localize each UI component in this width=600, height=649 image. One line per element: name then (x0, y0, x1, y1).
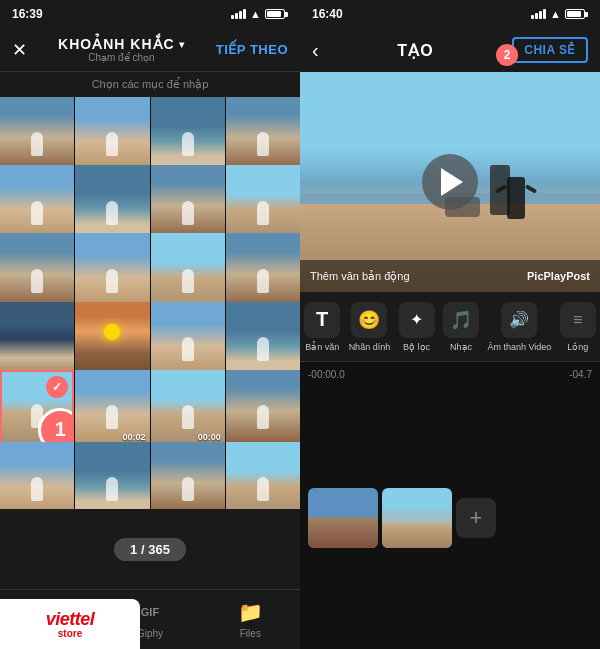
giphy-icon: GIF (138, 600, 162, 624)
viettel-store: store (58, 628, 82, 639)
timeline-clip-1[interactable] (308, 488, 378, 548)
photo-cell[interactable] (75, 302, 149, 376)
video-preview[interactable]: Thêm văn bản động PicPlayPost (300, 72, 600, 292)
tool-audio-label: Âm thanh Video (487, 342, 551, 352)
tool-audio[interactable]: 🔊 Âm thanh Video (487, 302, 551, 352)
photo-cell[interactable] (75, 442, 149, 509)
giphy-label: Giphy (137, 628, 163, 639)
battery-icon (265, 9, 288, 19)
tool-filter[interactable]: ✦ Bộ lọc (399, 302, 435, 352)
add-clip-button[interactable]: + (456, 498, 496, 538)
step-badge-2: 2 (496, 44, 518, 66)
wifi-icon: ▲ (250, 8, 261, 20)
tool-sticker[interactable]: 😊 Nhãn dính (349, 302, 391, 352)
filter-icon: ✦ (399, 302, 435, 338)
right-header: ‹ TẠO CHIA SẺ (300, 28, 600, 72)
share-button[interactable]: CHIA SẺ (512, 37, 588, 63)
left-footer: 1 / 365 (0, 509, 300, 589)
photo-cell[interactable] (0, 97, 74, 171)
photo-cell[interactable] (226, 442, 300, 509)
right-title: TẠO (397, 41, 433, 60)
tools-bar: T Bản văn 😊 Nhãn dính ✦ Bộ lọc 🎵 Nhạc 🔊 … (300, 292, 600, 362)
photo-cell[interactable] (226, 302, 300, 376)
timeline-end: -04.7 (569, 369, 592, 380)
signal-icon (231, 9, 246, 19)
left-title-main: KHOẢNH KHẮC ▾ (58, 36, 185, 52)
music-icon: 🎵 (443, 302, 479, 338)
selected-check: ✓ (46, 376, 68, 398)
timeline-track[interactable]: + (300, 386, 600, 649)
photo-cell-selected[interactable]: ✓ 00:04 1 (0, 370, 74, 444)
timeline-section: -00:00.0 -04.7 + (300, 362, 600, 649)
photo-cell[interactable] (226, 165, 300, 239)
play-button[interactable] (422, 154, 478, 210)
right-status-bar: 16:40 ▲ (300, 0, 600, 28)
play-icon (441, 168, 463, 196)
tool-dub-label: Lồng (567, 342, 588, 352)
right-panel: 16:40 ▲ ‹ TẠO CHIA SẺ 2 (300, 0, 600, 649)
tool-text[interactable]: T Bản văn (304, 302, 340, 352)
text-overlay-label: Thêm văn bản động (310, 270, 410, 283)
tool-sticker-label: Nhãn dính (349, 342, 391, 352)
left-panel: 16:39 ▲ ✕ KHOẢNH KHẮC ▾ Chạm để chọn T (0, 0, 300, 649)
signal-icon (531, 9, 546, 19)
photo-cell[interactable] (75, 97, 149, 171)
photo-cell[interactable]: 00:00 (151, 370, 225, 444)
left-status-bar: 16:39 ▲ (0, 0, 300, 28)
photo-cell[interactable] (0, 233, 74, 307)
left-header-title: KHOẢNH KHẮC ▾ Chạm để chọn (58, 36, 185, 63)
left-status-icons: ▲ (231, 8, 288, 20)
chevron-down-icon: ▾ (179, 39, 185, 50)
sticker-icon: 😊 (351, 302, 387, 338)
page-indicator: 1 / 365 (114, 538, 186, 561)
photo-cell[interactable] (226, 233, 300, 307)
close-button[interactable]: ✕ (12, 39, 27, 61)
left-title-sub: Chạm để chọn (88, 52, 154, 63)
play-button-overlay[interactable] (300, 72, 600, 292)
photo-cell[interactable] (151, 97, 225, 171)
wifi-icon: ▲ (550, 8, 561, 20)
photo-cell[interactable] (226, 370, 300, 444)
photo-cell[interactable] (151, 165, 225, 239)
duration-badge: 00:02 (122, 432, 145, 442)
photo-cell[interactable] (0, 165, 74, 239)
photo-cell[interactable] (226, 97, 300, 171)
tool-dub[interactable]: ≡ Lồng (560, 302, 596, 352)
dub-icon: ≡ (560, 302, 596, 338)
duration-badge: 00:00 (198, 432, 221, 442)
text-icon: T (304, 302, 340, 338)
tool-music[interactable]: 🎵 Nhạc (443, 302, 479, 352)
timeline-start: -00:00.0 (308, 369, 345, 380)
photo-cell[interactable] (0, 442, 74, 509)
timeline-clip-2[interactable] (382, 488, 452, 548)
grid-subtitle: Chọn các mục để nhập (0, 72, 300, 97)
files-label: Files (240, 628, 261, 639)
next-button[interactable]: TIẾP THEO (216, 42, 288, 57)
brand-label: PicPlayPost (527, 270, 590, 282)
back-button[interactable]: ‹ (312, 39, 319, 62)
photo-cell[interactable] (75, 233, 149, 307)
photo-cell[interactable] (151, 233, 225, 307)
tool-filter-label: Bộ lọc (403, 342, 430, 352)
photo-cell[interactable] (151, 442, 225, 509)
photo-cell[interactable] (0, 302, 74, 376)
photo-cell[interactable] (75, 165, 149, 239)
nav-item-files[interactable]: 📁 Files (238, 600, 262, 639)
text-overlay-bar: Thêm văn bản động PicPlayPost (300, 260, 600, 292)
photo-cell[interactable]: 00:02 (75, 370, 149, 444)
photo-grid: ✓ 00:04 1 00:02 00:00 (0, 97, 300, 509)
battery-icon (565, 9, 588, 19)
right-time: 16:40 (312, 7, 343, 21)
photo-cell[interactable] (151, 302, 225, 376)
viettel-logo: viettel store (0, 599, 140, 649)
plus-icon: + (470, 507, 483, 529)
files-icon: 📁 (238, 600, 262, 624)
nav-item-giphy[interactable]: GIF Giphy (137, 600, 163, 639)
right-status-icons: ▲ (531, 8, 588, 20)
left-header: ✕ KHOẢNH KHẮC ▾ Chạm để chọn TIẾP THEO (0, 28, 300, 72)
viettel-brand: viettel (46, 609, 95, 630)
tool-music-label: Nhạc (450, 342, 472, 352)
timeline-time-bar: -00:00.0 -04.7 (300, 362, 600, 386)
left-time: 16:39 (12, 7, 43, 21)
tool-text-label: Bản văn (305, 342, 339, 352)
